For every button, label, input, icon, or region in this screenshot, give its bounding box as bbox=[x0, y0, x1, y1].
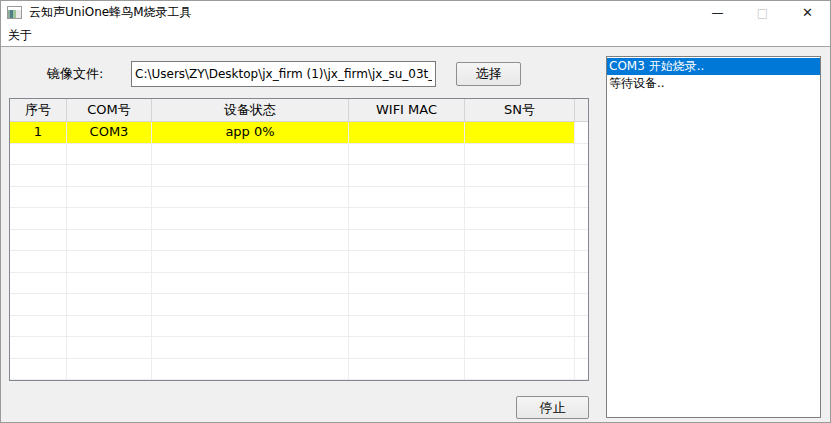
table-cell bbox=[465, 208, 575, 230]
table-cell bbox=[67, 316, 152, 338]
table-cell-filler bbox=[575, 251, 588, 273]
empty-row[interactable] bbox=[10, 337, 588, 359]
column-header-1[interactable]: COM号 bbox=[67, 99, 152, 122]
table-cell bbox=[349, 187, 465, 209]
column-header-4[interactable]: SN号 bbox=[465, 99, 575, 122]
table-cell bbox=[152, 144, 349, 166]
table-cell-filler bbox=[575, 208, 588, 230]
table-cell-filler bbox=[575, 337, 588, 359]
empty-row[interactable] bbox=[10, 230, 588, 252]
table-cell bbox=[67, 294, 152, 316]
table-cell-filler bbox=[575, 273, 588, 295]
device-row[interactable]: 1COM3app 0% bbox=[10, 122, 588, 144]
empty-row[interactable] bbox=[10, 187, 588, 209]
table-body: 1COM3app 0% bbox=[10, 122, 588, 380]
table-cell bbox=[152, 294, 349, 316]
table-cell bbox=[67, 208, 152, 230]
table-cell bbox=[465, 187, 575, 209]
empty-row[interactable] bbox=[10, 294, 588, 316]
maximize-button[interactable]: □ bbox=[740, 1, 785, 24]
table-cell-filler bbox=[575, 144, 588, 166]
table-cell bbox=[465, 144, 575, 166]
empty-row[interactable] bbox=[10, 359, 588, 381]
table-header-row: 序号COM号设备状态WIFI MACSN号 bbox=[10, 99, 588, 122]
table-cell bbox=[349, 251, 465, 273]
table-cell-filler bbox=[575, 316, 588, 338]
column-header-filler bbox=[575, 99, 588, 122]
table-cell-filler bbox=[575, 187, 588, 209]
table-cell bbox=[10, 273, 67, 295]
table-cell bbox=[349, 316, 465, 338]
column-header-2[interactable]: 设备状态 bbox=[152, 99, 349, 122]
table-cell bbox=[152, 337, 349, 359]
table-cell bbox=[349, 273, 465, 295]
table-cell bbox=[349, 122, 465, 144]
window-title: 云知声UniOne蜂鸟M烧录工具 bbox=[29, 4, 192, 21]
empty-row[interactable] bbox=[10, 316, 588, 338]
table-cell-filler bbox=[575, 359, 588, 381]
table-cell bbox=[10, 230, 67, 252]
table-cell-filler bbox=[575, 294, 588, 316]
window-controls: — □ ✕ bbox=[695, 1, 830, 24]
empty-row[interactable] bbox=[10, 144, 588, 166]
table-cell bbox=[10, 144, 67, 166]
empty-row[interactable] bbox=[10, 251, 588, 273]
app-icon bbox=[7, 6, 22, 19]
column-header-0[interactable]: 序号 bbox=[10, 99, 67, 122]
image-file-path-input[interactable] bbox=[131, 61, 436, 87]
select-file-button[interactable]: 选择 bbox=[456, 62, 521, 86]
stop-button[interactable]: 停止 bbox=[516, 396, 589, 419]
table-cell-filler bbox=[575, 122, 588, 144]
table-cell bbox=[67, 359, 152, 381]
empty-row[interactable] bbox=[10, 273, 588, 295]
table-cell bbox=[349, 165, 465, 187]
table-cell bbox=[465, 337, 575, 359]
table-cell bbox=[465, 359, 575, 381]
app-window: 云知声UniOne蜂鸟M烧录工具 — □ ✕ 关于 镜像文件: 选择 序号COM… bbox=[0, 0, 831, 423]
title-bar[interactable]: 云知声UniOne蜂鸟M烧录工具 — □ ✕ bbox=[1, 1, 830, 24]
table-cell bbox=[349, 337, 465, 359]
table-cell bbox=[67, 165, 152, 187]
table-cell-filler bbox=[575, 165, 588, 187]
table-cell bbox=[152, 230, 349, 252]
table-cell bbox=[152, 359, 349, 381]
log-list[interactable]: COM3 开始烧录..等待设备.. bbox=[606, 56, 821, 418]
table-cell bbox=[10, 187, 67, 209]
table-cell bbox=[10, 208, 67, 230]
table-cell bbox=[67, 144, 152, 166]
table-cell bbox=[10, 337, 67, 359]
table-cell bbox=[152, 208, 349, 230]
table-cell bbox=[349, 230, 465, 252]
table-cell bbox=[10, 294, 67, 316]
table-cell bbox=[67, 337, 152, 359]
table-cell bbox=[10, 316, 67, 338]
table-cell: app 0% bbox=[152, 122, 349, 144]
table-cell bbox=[152, 187, 349, 209]
table-cell bbox=[465, 230, 575, 252]
log-item[interactable]: COM3 开始烧录.. bbox=[607, 58, 820, 75]
empty-row[interactable] bbox=[10, 165, 588, 187]
table-cell: 1 bbox=[10, 122, 67, 144]
table-cell-filler bbox=[575, 230, 588, 252]
column-header-3[interactable]: WIFI MAC bbox=[349, 99, 465, 122]
table-cell bbox=[349, 359, 465, 381]
empty-row[interactable] bbox=[10, 208, 588, 230]
log-item[interactable]: 等待设备.. bbox=[607, 75, 820, 92]
table-cell bbox=[67, 187, 152, 209]
image-file-label: 镜像文件: bbox=[47, 61, 103, 87]
table-cell bbox=[10, 251, 67, 273]
table-cell bbox=[465, 122, 575, 144]
close-button[interactable]: ✕ bbox=[785, 1, 830, 24]
minimize-button[interactable]: — bbox=[695, 1, 740, 24]
table-cell bbox=[10, 359, 67, 381]
table-cell bbox=[67, 230, 152, 252]
table-cell bbox=[465, 273, 575, 295]
table-cell: COM3 bbox=[67, 122, 152, 144]
table-cell bbox=[349, 208, 465, 230]
table-cell bbox=[465, 251, 575, 273]
table-cell bbox=[465, 294, 575, 316]
menu-item-about[interactable]: 关于 bbox=[1, 24, 39, 46]
table-cell bbox=[152, 165, 349, 187]
table-cell bbox=[349, 144, 465, 166]
table-cell bbox=[152, 273, 349, 295]
